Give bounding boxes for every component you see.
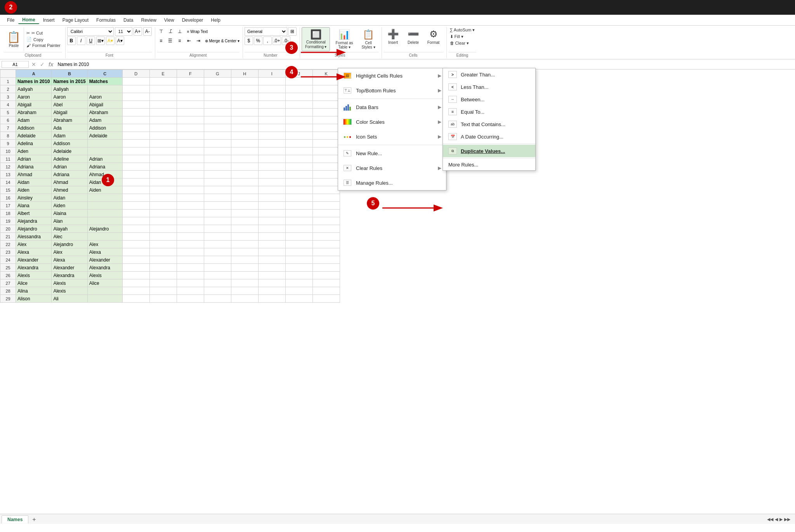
row-header-12[interactable]: 12: [0, 163, 16, 171]
cell-f28[interactable]: [177, 287, 204, 295]
cell-j18[interactable]: [285, 210, 312, 217]
hc-greater-than-item[interactable]: > Greater Than...: [443, 68, 535, 81]
cell-a14[interactable]: Aidan: [16, 178, 52, 186]
hc-duplicate-values-item[interactable]: ⧉ Duplicate Values...: [443, 145, 535, 157]
menu-formulas[interactable]: Formulas: [92, 17, 120, 24]
fill-color-button[interactable]: A▾: [106, 36, 115, 45]
scroll-last[interactable]: ▶▶: [784, 517, 790, 522]
cell-i19[interactable]: [258, 217, 285, 225]
cell-g27[interactable]: [204, 279, 231, 287]
cell-e6[interactable]: [149, 116, 177, 124]
cell-i22[interactable]: [258, 241, 285, 248]
cell-j8[interactable]: [285, 132, 312, 140]
cell-c23[interactable]: Alexa: [87, 248, 122, 256]
row-header-4[interactable]: 4: [0, 101, 16, 109]
format-as-table-button[interactable]: 📊 Format asTable ▾: [332, 28, 356, 51]
cell-f3[interactable]: [177, 93, 204, 101]
cell-e10[interactable]: [149, 147, 177, 155]
cell-h2[interactable]: [231, 85, 258, 93]
cell-d11[interactable]: [122, 155, 149, 163]
cell-f5[interactable]: [177, 109, 204, 116]
align-center-button[interactable]: ☰: [166, 36, 175, 45]
row-header-3[interactable]: 3: [0, 93, 16, 101]
cell-i2[interactable]: [258, 85, 285, 93]
cell-g17[interactable]: [204, 202, 231, 210]
cell-h20[interactable]: [231, 225, 258, 233]
cell-e5[interactable]: [149, 109, 177, 116]
col-header-i[interactable]: I: [258, 70, 285, 78]
underline-button[interactable]: U: [87, 36, 95, 45]
cell-g28[interactable]: [204, 287, 231, 295]
cell-a26[interactable]: Alexis: [16, 272, 52, 279]
currency-button[interactable]: $: [245, 36, 253, 45]
cell-f11[interactable]: [177, 155, 204, 163]
cell-j10[interactable]: [285, 147, 312, 155]
row-header-27[interactable]: 27: [0, 279, 16, 287]
cell-b23[interactable]: Alex: [52, 248, 87, 256]
cell-i25[interactable]: [258, 264, 285, 272]
cell-a8[interactable]: Adelaide: [16, 132, 52, 140]
cell-h3[interactable]: [231, 93, 258, 101]
cell-h27[interactable]: [231, 279, 258, 287]
cell-b11[interactable]: Adeline: [52, 155, 87, 163]
cell-k9[interactable]: [312, 140, 340, 147]
cell-k13[interactable]: [312, 171, 340, 178]
cell-c24[interactable]: Alexander: [87, 256, 122, 264]
decrease-decimal-button[interactable]: .0-: [282, 36, 290, 45]
cell-d18[interactable]: [122, 210, 149, 217]
number-format-btn[interactable]: ⊞: [288, 27, 297, 36]
row-header-8[interactable]: 8: [0, 132, 16, 140]
cell-b15[interactable]: Ahmed: [52, 186, 87, 194]
cell-b25[interactable]: Alexander: [52, 264, 87, 272]
cell-g20[interactable]: [204, 225, 231, 233]
cell-a17[interactable]: Alana: [16, 202, 52, 210]
cell-j17[interactable]: [285, 202, 312, 210]
cf-data-bars-item[interactable]: Data Bars ▶: [338, 100, 446, 114]
wrap-text-button[interactable]: ≡ Wrap Text: [187, 29, 208, 34]
cell-j12[interactable]: [285, 163, 312, 171]
conditional-formatting-button[interactable]: 🔲 ConditionalFormatting ▾: [302, 27, 330, 51]
cell-f24[interactable]: [177, 256, 204, 264]
cell-i11[interactable]: [258, 155, 285, 163]
cell-b6[interactable]: Abraham: [52, 116, 87, 124]
cell-i8[interactable]: [258, 132, 285, 140]
row-header-23[interactable]: 23: [0, 248, 16, 256]
cell-d20[interactable]: [122, 225, 149, 233]
cell-j26[interactable]: [285, 272, 312, 279]
cell-f6[interactable]: [177, 116, 204, 124]
cf-highlight-cells-item[interactable]: ▤ Highlight Cells Rules ▶: [338, 68, 446, 83]
cell-i5[interactable]: [258, 109, 285, 116]
cell-c14[interactable]: Aidan: [87, 178, 122, 186]
cell-c20[interactable]: Alejandro: [87, 225, 122, 233]
cell-j19[interactable]: [285, 217, 312, 225]
cell-e1[interactable]: [149, 78, 177, 85]
cell-d10[interactable]: [122, 147, 149, 155]
row-header-22[interactable]: 22: [0, 241, 16, 248]
cell-g11[interactable]: [204, 155, 231, 163]
cell-c18[interactable]: [87, 210, 122, 217]
cell-h22[interactable]: [231, 241, 258, 248]
cell-f29[interactable]: [177, 295, 204, 303]
cell-k16[interactable]: [312, 194, 340, 202]
cell-j21[interactable]: [285, 233, 312, 241]
cell-b3[interactable]: Aaron: [52, 93, 87, 101]
cell-c2[interactable]: [87, 85, 122, 93]
cell-f22[interactable]: [177, 241, 204, 248]
menu-developer[interactable]: Developer: [178, 17, 207, 24]
row-header-7[interactable]: 7: [0, 124, 16, 132]
cell-h28[interactable]: [231, 287, 258, 295]
cell-d23[interactable]: [122, 248, 149, 256]
sheet-tab-names[interactable]: Names: [2, 515, 28, 523]
cell-reference-box[interactable]: [2, 61, 29, 68]
cell-g16[interactable]: [204, 194, 231, 202]
cell-e29[interactable]: [149, 295, 177, 303]
menu-data[interactable]: Data: [120, 17, 137, 24]
cell-c10[interactable]: [87, 147, 122, 155]
cell-d9[interactable]: [122, 140, 149, 147]
top-align-button[interactable]: ⊤: [157, 27, 165, 36]
cut-button[interactable]: ✂ ✂ Cut: [25, 30, 62, 36]
row-header-16[interactable]: 16: [0, 194, 16, 202]
hc-equal-to-item[interactable]: = Equal To...: [443, 106, 535, 118]
scroll-fwd[interactable]: ▶: [779, 517, 783, 522]
cell-i4[interactable]: [258, 101, 285, 109]
